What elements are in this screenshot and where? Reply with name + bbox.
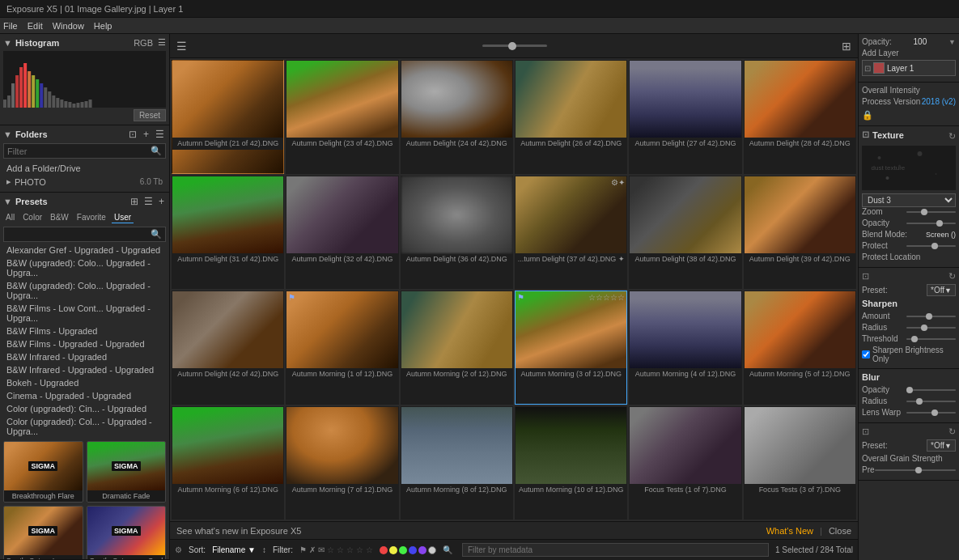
settings-icon[interactable]: ⚙: [175, 545, 182, 554]
rp-preset-dropdown[interactable]: *Off ▼: [927, 284, 956, 296]
grid-item-12[interactable]: Autumn Delight (42 of 42).DNG: [172, 291, 284, 405]
menu-file[interactable]: File: [3, 21, 18, 31]
menu-help[interactable]: Help: [94, 21, 112, 31]
whatsnew-link[interactable]: What's New: [766, 526, 813, 536]
rp-lens-warp-slider[interactable]: [906, 412, 956, 414]
rp-pre-slider[interactable]: [875, 469, 956, 471]
grid-item-22[interactable]: Focus Tests (1 of 7).DNG: [629, 406, 741, 520]
color-dot-green[interactable]: [399, 546, 407, 554]
rp-grain-refresh-icon[interactable]: ↻: [948, 426, 956, 437]
preset-item-9[interactable]: Cinema - Upgraded - Upgraded: [0, 389, 169, 402]
rp-sharpen-brightness-checkbox[interactable]: [862, 350, 870, 358]
color-dot-purple[interactable]: [418, 546, 426, 554]
grid-item-2[interactable]: Autumn Delight (24 of 42).DNG: [401, 60, 513, 174]
rp-lock-icon[interactable]: 🔒: [862, 110, 873, 121]
folders-add-btn[interactable]: +: [142, 129, 151, 140]
preset-item-10[interactable]: Color (upgraded): Cin... - Upgraded: [0, 402, 169, 415]
histogram-reset-button[interactable]: Reset: [134, 109, 166, 121]
preset-item-4[interactable]: B&W Films - Upgraded: [0, 325, 169, 337]
sort-value[interactable]: Filename ▼: [212, 545, 256, 554]
rp-sharpen-refresh-icon[interactable]: ↻: [948, 271, 956, 282]
grid-item-10[interactable]: Autumn Delight (38 of 42).DNG: [629, 176, 741, 290]
zoom-slider[interactable]: [482, 45, 547, 47]
preset-item-7[interactable]: B&W Infrared - Upgraded - Upgraded: [0, 363, 169, 376]
color-dot-blue[interactable]: [409, 546, 417, 554]
rp-layer-color-box[interactable]: [873, 62, 885, 74]
rp-process-value[interactable]: 2018 (v2): [922, 97, 956, 106]
preset-tab-color[interactable]: Color: [20, 212, 45, 223]
grid-item-23[interactable]: Focus Tests (3 of 7).DNG: [744, 406, 856, 520]
rp-grain-preset-dropdown[interactable]: *Off ▼: [927, 439, 956, 452]
rp-blur-radius-slider[interactable]: [906, 401, 956, 402]
grid-view-icon[interactable]: ⊞: [842, 40, 851, 53]
preset-tab-all[interactable]: All: [3, 212, 17, 223]
preset-item-3[interactable]: B&W Films - Low Cont... Upgraded - Upgra…: [0, 302, 169, 325]
preset-thumb-0[interactable]: SIGMA Breakthrough Flare: [3, 441, 83, 503]
preset-item-1[interactable]: B&W (upgraded): Colo... Upgraded - Upgra…: [0, 257, 169, 279]
metadata-filter-input[interactable]: [462, 543, 769, 557]
rp-opacity-dropdown-icon[interactable]: ▼: [948, 38, 956, 46]
color-dot-bw[interactable]: [428, 546, 436, 554]
grid-item-6[interactable]: Autumn Delight (31 of 42).DNG: [172, 176, 284, 290]
preset-item-2[interactable]: B&W (upgraded): Colo... Upgraded - Upgra…: [0, 279, 169, 302]
preset-tab-bw[interactable]: B&W: [48, 212, 71, 223]
grid-item-18[interactable]: Autumn Morning (6 of 12).DNG: [172, 406, 284, 520]
color-dot-yellow[interactable]: [389, 546, 397, 554]
preset-item-6[interactable]: B&W Infrared - Upgraded: [0, 350, 169, 363]
preset-tab-favorite[interactable]: Favorite: [74, 212, 108, 223]
grid-item-8[interactable]: Autumn Delight (36 of 42).DNG: [401, 176, 513, 290]
presets-search-input[interactable]: [7, 230, 151, 240]
grid-item-9[interactable]: ⚙✦ ...tumn Delight (37 of 42).DNG ✦: [515, 176, 627, 290]
folders-filter-input[interactable]: [7, 146, 151, 156]
preset-item-5[interactable]: B&W Films - Upgraded - Upgraded: [0, 337, 169, 350]
folders-icon-btn1[interactable]: ⊡: [127, 129, 138, 140]
preset-thumb-3[interactable]: SIGMA Gentle Sat...ase - Cool: [87, 506, 167, 560]
folders-collapse-icon[interactable]: ▼: [3, 129, 12, 139]
sort-direction-icon[interactable]: ↕: [262, 545, 266, 554]
grid-item-4[interactable]: Autumn Delight (27 of 42).DNG: [629, 60, 741, 174]
rp-protect-slider[interactable]: [906, 245, 956, 247]
filter-star4[interactable]: ☆: [356, 545, 363, 554]
whatsnew-close[interactable]: Close: [829, 526, 851, 536]
folders-menu-btn[interactable]: ☰: [154, 129, 166, 140]
rp-radius-slider[interactable]: [906, 327, 956, 329]
preset-thumb-1[interactable]: SIGMA Dramatic Fade: [87, 441, 167, 503]
filter-search-icon[interactable]: 🔍: [443, 545, 452, 554]
filter-x-icon[interactable]: ✗: [309, 545, 316, 554]
grid-item-3[interactable]: Autumn Delight (26 of 42).DNG: [515, 60, 627, 174]
grid-item-13[interactable]: ⚑ Autumn Morning (1 of 12).DNG: [286, 291, 398, 405]
presets-list-btn[interactable]: ☰: [142, 196, 155, 207]
rp-layer-row[interactable]: ⊡ Layer 1: [862, 60, 956, 76]
grid-item-15[interactable]: ☆☆☆☆☆ ⚑ Autumn Morning (3 of 12).DNG: [515, 291, 627, 405]
preset-tab-user[interactable]: User: [112, 212, 134, 223]
histogram-menu-icon[interactable]: ☰: [158, 37, 166, 48]
grid-item-20[interactable]: Autumn Morning (8 of 12).DNG: [401, 406, 513, 520]
rp-grain-icon[interactable]: ⊡: [862, 426, 869, 437]
rp-threshold-slider[interactable]: [906, 338, 956, 340]
filter-flag-icon[interactable]: ⚑: [299, 545, 307, 554]
rp-zoom-slider[interactable]: [906, 211, 956, 213]
preset-item-0[interactable]: Alexander Gref - Upgraded - Upgraded: [0, 244, 169, 257]
filter-star3[interactable]: ☆: [346, 545, 354, 554]
grid-item-11[interactable]: Autumn Delight (39 of 42).DNG: [744, 176, 856, 290]
grid-item-1[interactable]: Autumn Delight (23 of 42).DNG: [286, 60, 398, 174]
preset-thumb-2[interactable]: SIGMA Gentle Sat...n Increase: [3, 506, 83, 560]
list-view-icon[interactable]: ☰: [176, 40, 187, 53]
rp-amount-slider[interactable]: [906, 316, 956, 317]
filter-star2[interactable]: ☆: [337, 545, 344, 554]
rp-texture-preset-select[interactable]: Dust 3: [862, 193, 956, 207]
presets-add-btn[interactable]: +: [157, 196, 166, 207]
grid-item-0[interactable]: Autumn Delight (21 of 42).DNG: [172, 60, 284, 174]
grid-item-19[interactable]: Autumn Morning (7 of 12).DNG: [286, 406, 398, 520]
grid-item-21[interactable]: Autumn Morning (10 of 12).DNG: [515, 406, 627, 520]
rp-sharpen-icon-1[interactable]: ⊡: [862, 271, 869, 282]
menu-window[interactable]: Window: [53, 21, 84, 31]
grid-item-14[interactable]: Autumn Morning (2 of 12).DNG: [401, 291, 513, 405]
grid-item-17[interactable]: Autumn Morning (5 of 12).DNG: [744, 291, 856, 405]
color-dot-red[interactable]: [380, 546, 388, 554]
grid-item-7[interactable]: Autumn Delight (32 of 42).DNG: [286, 176, 398, 290]
folders-add-drive[interactable]: Add a Folder/Drive: [3, 162, 166, 175]
histogram-collapse-icon[interactable]: ▼: [3, 38, 12, 48]
filter-mail-icon[interactable]: ✉: [318, 545, 325, 554]
rp-blend-mode-value[interactable]: Screen (): [926, 231, 956, 239]
